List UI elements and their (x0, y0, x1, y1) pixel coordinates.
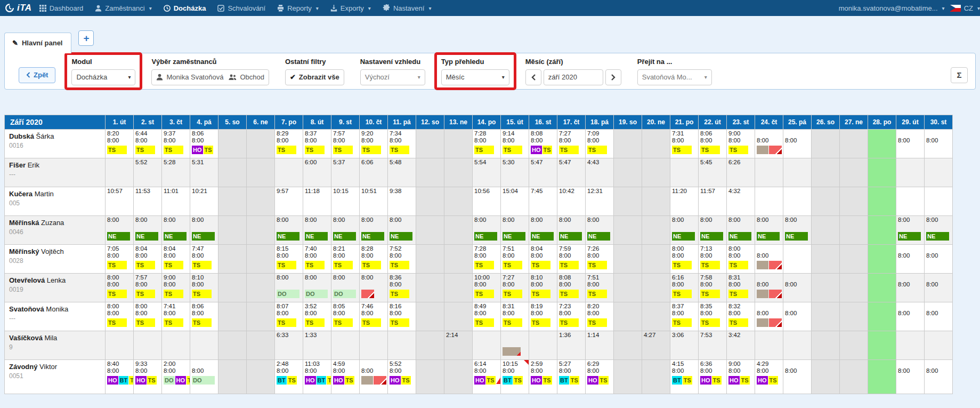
day-cell[interactable] (416, 331, 444, 360)
day-cell[interactable]: 2:598:00HOTS (529, 360, 557, 394)
day-cell[interactable]: 8:008:00TS (134, 302, 162, 331)
typ-select[interactable]: Měsíc▾ (441, 69, 509, 85)
day-cell[interactable] (812, 245, 840, 274)
day-cell[interactable] (812, 187, 840, 216)
day-cell[interactable]: 7:518:00TS (586, 274, 614, 302)
day-cell[interactable] (670, 158, 699, 187)
day-cell[interactable] (247, 130, 275, 158)
day-cell[interactable]: 11:18 (303, 187, 331, 216)
day-cell[interactable]: 8:00DO (190, 360, 218, 394)
day-cell[interactable] (840, 331, 868, 360)
day-cell[interactable]: 10:42 (557, 187, 586, 216)
day-cell[interactable]: 11:57 (699, 187, 727, 216)
day-cell[interactable]: 7:138:00TS (699, 245, 727, 274)
day-cell[interactable]: 7:53 (699, 331, 727, 360)
day-cell[interactable]: 8:00NE (670, 216, 699, 245)
day-cell[interactable]: 8:00 (925, 245, 953, 274)
day-cell[interactable]: 4:598:00HOTS (331, 360, 360, 394)
day-cell[interactable]: 7:418:00TS (162, 302, 190, 331)
day-cell[interactable]: 3:06 (670, 331, 699, 360)
day-cell[interactable]: 8:00DO (303, 274, 331, 302)
day-cell[interactable]: 8:00NE (557, 216, 586, 245)
day-cell[interactable] (444, 302, 473, 331)
day-cell[interactable]: 8:048:00TS (134, 245, 162, 274)
month-input[interactable]: září 2020 (544, 69, 603, 85)
day-cell[interactable]: 2:14 (444, 331, 473, 360)
day-cell[interactable]: 9:57 (275, 187, 303, 216)
day-cell[interactable]: 10:158:00BTTS (501, 360, 529, 394)
day-cell[interactable]: 7:45 (529, 187, 557, 216)
day-cell[interactable]: 8:158:00TS (275, 245, 303, 274)
day-cell[interactable] (218, 216, 247, 245)
day-cell[interactable] (614, 245, 642, 274)
day-cell[interactable]: 8:00NE (134, 216, 162, 245)
day-cell[interactable]: 8:00NE (529, 216, 557, 245)
day-cell[interactable]: 8:00 (896, 274, 925, 302)
day-cell[interactable]: 7:098:00TS (586, 130, 614, 158)
day-cell[interactable]: 9:338:00HOTS (134, 360, 162, 394)
day-cell[interactable]: 4:32 (727, 187, 755, 216)
day-cell[interactable]: 8:00 (925, 274, 953, 302)
day-cell[interactable] (783, 187, 812, 216)
day-cell[interactable] (218, 245, 247, 274)
day-cell[interactable] (642, 302, 670, 331)
day-cell[interactable] (247, 245, 275, 274)
day-cell[interactable]: 8:00 (755, 245, 783, 274)
day-cell[interactable]: 9:008:00HOTS (727, 360, 755, 394)
day-cell[interactable]: 7:578:00TS (331, 130, 360, 158)
day-cell[interactable] (218, 130, 247, 158)
day-cell[interactable]: 7:058:00TS (106, 245, 134, 274)
day-cell[interactable]: 11:53 (134, 187, 162, 216)
day-cell[interactable]: 8:00 (755, 130, 783, 158)
day-cell[interactable]: 7:288:00TS (473, 245, 501, 274)
day-cell[interactable]: 5:48 (388, 158, 416, 187)
day-cell[interactable] (642, 216, 670, 245)
day-cell[interactable]: 8:358:00TS (699, 302, 727, 331)
day-cell[interactable]: 7:348:00TS (388, 130, 416, 158)
nav-item-nastaveni[interactable]: Nastavení▾ (383, 4, 432, 12)
day-cell[interactable] (868, 216, 896, 245)
day-cell[interactable]: 6:148:00HOTS (473, 360, 501, 394)
prev-month-button[interactable] (525, 69, 541, 85)
day-cell[interactable]: 8:00 (783, 130, 812, 158)
day-cell[interactable]: 8:00NE (162, 216, 190, 245)
day-cell[interactable]: 8:00 (896, 245, 925, 274)
day-cell[interactable]: 1:33 (303, 331, 331, 360)
day-cell[interactable]: 15:04 (501, 187, 529, 216)
nav-item-dochazka[interactable]: Docházka (164, 4, 206, 12)
day-cell[interactable]: 8:068:00TS (190, 302, 218, 331)
day-cell[interactable] (868, 331, 896, 360)
employee-name-cell[interactable]: Svatoňová Monika--- (5, 302, 106, 331)
day-cell[interactable]: 5:52 (134, 158, 162, 187)
day-cell[interactable]: 8:00NE (303, 216, 331, 245)
day-cell[interactable]: 8:00NE (360, 216, 388, 245)
day-cell[interactable]: 8:00NE (106, 216, 134, 245)
day-cell[interactable] (218, 302, 247, 331)
day-cell[interactable] (840, 245, 868, 274)
day-cell[interactable] (783, 331, 812, 360)
day-cell[interactable]: 9:008:00TS (162, 274, 190, 302)
day-cell[interactable]: 8:00 (925, 302, 953, 331)
day-cell[interactable] (134, 331, 162, 360)
day-cell[interactable] (755, 158, 783, 187)
day-cell[interactable] (218, 360, 247, 394)
day-cell[interactable] (501, 331, 529, 360)
day-cell[interactable]: 8:00 (783, 360, 812, 394)
day-cell[interactable]: 8:108:00TS (529, 274, 557, 302)
day-cell[interactable] (868, 274, 896, 302)
day-cell[interactable]: 9:008:00TS (727, 130, 755, 158)
day-cell[interactable]: 5:30 (501, 158, 529, 187)
day-cell[interactable]: 5:54 (473, 158, 501, 187)
day-cell[interactable]: 8:058:00TS (331, 302, 360, 331)
nav-item-zamestnanci[interactable]: Zaměstnanci▾ (95, 4, 151, 12)
day-cell[interactable] (868, 360, 896, 394)
day-cell[interactable] (642, 130, 670, 158)
day-cell[interactable] (755, 331, 783, 360)
day-cell[interactable]: 8:00NE (473, 216, 501, 245)
language-switch[interactable]: CZ ▾ (950, 4, 980, 12)
employee-selection-box[interactable]: Monika SvatoňováObchod (151, 69, 269, 85)
day-cell[interactable]: 5:37 (331, 158, 360, 187)
day-cell[interactable]: 8:00NE (190, 216, 218, 245)
day-cell[interactable]: 8:108:00TS (190, 274, 218, 302)
day-cell[interactable]: 7:238:00TS (557, 302, 586, 331)
